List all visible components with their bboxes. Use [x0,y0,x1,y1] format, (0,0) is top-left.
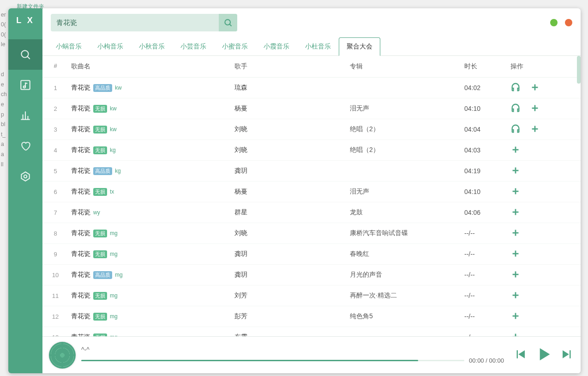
add-button[interactable] [510,249,521,260]
source-tag: mg [110,313,118,320]
row-artist: 东霞 [234,333,350,336]
col-name-header: 歌曲名 [68,62,234,71]
nav-leaderboard[interactable] [8,100,42,131]
svg-point-4 [24,175,27,178]
add-button[interactable] [530,124,540,135]
row-artist: 龚玥 [234,250,350,258]
row-artist: 杨蔓 [234,188,350,196]
quality-badge-hq: 高品质 [93,84,112,92]
table-row[interactable]: 1青花瓷高品质kw琉森04:02 [42,78,581,98]
row-name: 青花瓷无损tx [68,188,234,196]
nav-search[interactable] [8,39,42,70]
search-input[interactable] [51,19,219,27]
row-duration: 04:10 [464,105,510,112]
add-button[interactable] [510,269,521,281]
row-index: 12 [42,313,68,320]
row-name: 青花瓷无损kg [68,146,234,154]
row-duration: --/-- [464,230,510,237]
table-row[interactable]: 8青花瓷无损mg刘晓康桥汽车音响试音碟--/-- [42,223,581,244]
add-button[interactable] [510,165,521,177]
listen-button[interactable] [510,103,521,115]
tab-source-0[interactable]: 小蜗音乐 [48,37,90,56]
source-tag: mg [115,272,123,278]
song-title: 青花瓷 [71,312,90,321]
tab-source-7[interactable]: 聚合大会 [339,37,380,56]
minimize-button[interactable] [550,19,558,26]
album-disc[interactable] [49,342,76,369]
song-title: 青花瓷 [71,167,90,175]
add-button[interactable] [510,145,521,156]
add-button[interactable] [510,290,521,302]
row-index: 5 [42,168,68,175]
song-title: 青花瓷 [71,208,90,217]
tab-source-5[interactable]: 小霞音乐 [256,37,297,56]
row-artist: 刘芳 [234,291,350,300]
row-index: 8 [42,230,68,237]
row-ops [510,186,581,198]
row-artist: 刘晓 [234,125,350,133]
table-row[interactable]: 7青花瓷wy群星龙鼓04:06 [42,202,581,223]
col-artist-header: 歌手 [234,62,350,71]
source-tag: mg [110,230,118,237]
row-name: 青花瓷无损kw [68,125,234,133]
nav-favorite[interactable] [8,131,42,161]
tab-source-2[interactable]: 小秋音乐 [131,37,173,56]
table-row[interactable]: 13青花瓷无损mg东霞--/-- [42,327,581,336]
row-index: 13 [42,334,68,337]
table-row[interactable]: 11青花瓷无损mg刘芳再醉一次·精选二--/-- [42,285,581,306]
progress-bar[interactable] [81,360,464,361]
add-button[interactable] [530,103,540,115]
next-button[interactable] [560,347,574,363]
add-button[interactable] [510,186,521,198]
table-header: # 歌曲名 歌手 专辑 时长 操作 [42,56,581,78]
row-duration: 04:02 [464,84,510,91]
song-title: 青花瓷 [71,229,90,237]
tab-source-3[interactable]: 小芸音乐 [173,37,214,56]
add-button[interactable] [510,228,521,239]
song-title: 青花瓷 [71,146,90,154]
table-row[interactable]: 5青花瓷高品质kg龚玥04:19 [42,161,581,182]
table-row[interactable]: 9青花瓷无损mg龚玥春晚红--/-- [42,244,581,265]
table-row[interactable]: 12青花瓷无损mg彭芳纯色角5--/-- [42,306,581,327]
now-playing-title: ^-^ [81,346,504,357]
song-title: 青花瓷 [71,271,90,279]
source-tag: tx [110,188,114,195]
play-button[interactable] [534,345,553,365]
svg-marker-3 [21,172,29,181]
table-row[interactable]: 2青花瓷无损kw杨蔓泪无声04:10 [42,98,581,119]
scrollbar-thumb[interactable] [577,56,581,84]
app-logo: L X [16,16,35,25]
nav-songlist[interactable] [8,70,42,100]
add-button[interactable] [510,207,521,218]
table-row[interactable]: 3青花瓷无损kw刘晓绝唱（2）04:04 [42,119,581,140]
prev-button[interactable] [513,347,527,363]
add-button[interactable] [510,332,521,337]
nav-settings[interactable] [8,161,42,192]
player-main: ^-^ 00:00 / 00:00 [76,346,510,364]
listen-button[interactable] [510,124,521,135]
search-button[interactable] [219,14,237,31]
window-controls [550,19,572,26]
row-index: 7 [42,209,68,216]
source-tag: kw [110,126,117,133]
row-ops [510,124,581,135]
row-ops [510,311,581,322]
prev-icon [513,347,527,361]
tab-source-1[interactable]: 小枸音乐 [90,37,131,56]
listen-button[interactable] [510,82,521,94]
tab-source-6[interactable]: 小杜音乐 [297,37,339,56]
close-button[interactable] [565,19,572,26]
table-row[interactable]: 6青花瓷无损tx杨蔓泪无声04:10 [42,182,581,202]
row-ops [510,103,581,115]
row-album: 康桥汽车音响试音碟 [350,229,464,237]
progress-row: 00:00 / 00:00 [81,357,504,364]
add-button[interactable] [530,82,540,94]
sidebar: L X [8,8,42,373]
add-button[interactable] [510,311,521,322]
search-box [51,14,237,31]
row-duration: --/-- [464,313,510,320]
table-row[interactable]: 4青花瓷无损kg刘晓绝唱（2）04:03 [42,140,581,161]
svg-point-0 [21,50,28,57]
table-row[interactable]: 10青花瓷高品质mg龚玥月光的声音--/-- [42,265,581,285]
tab-source-4[interactable]: 小蜜音乐 [214,37,256,56]
